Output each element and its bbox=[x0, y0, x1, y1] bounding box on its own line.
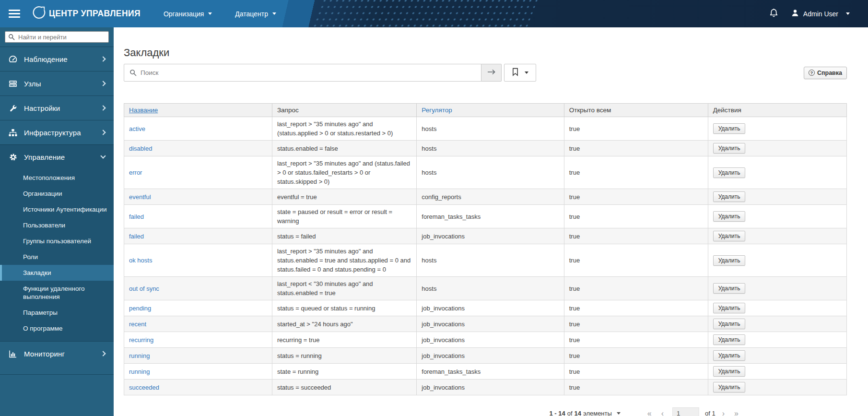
hamburger-menu-button[interactable] bbox=[9, 10, 20, 18]
bookmark-name-link[interactable]: eventful bbox=[129, 193, 151, 201]
delete-button[interactable]: Удалить bbox=[713, 283, 746, 294]
search-icon bbox=[8, 34, 15, 42]
sidebar-subitem[interactable]: Группы пользователей bbox=[0, 233, 114, 249]
bookmark-public: true bbox=[564, 141, 708, 156]
next-page-button[interactable]: › bbox=[717, 409, 729, 416]
bookmark-controller: job_invocations bbox=[417, 228, 564, 244]
bookmark-name-link[interactable]: failed bbox=[129, 213, 144, 220]
search-input[interactable] bbox=[124, 64, 481, 82]
sidebar-item-monitoring[interactable]: Мониторинг bbox=[0, 342, 114, 366]
arrow-right-icon bbox=[487, 69, 496, 76]
items-range: 1 - 14 bbox=[549, 410, 565, 416]
sidebar-item-settings[interactable]: Настройки bbox=[0, 96, 114, 120]
column-header-controller[interactable]: Регулятор bbox=[417, 104, 564, 117]
delete-button[interactable]: Удалить bbox=[713, 350, 746, 361]
notifications-bell-button[interactable] bbox=[769, 8, 778, 19]
delete-button[interactable]: Удалить bbox=[713, 191, 746, 202]
table-row: running state = running foreman_tasks_ta… bbox=[124, 364, 847, 380]
search-submit-button[interactable] bbox=[481, 64, 502, 82]
table-row: error last_report > "35 minutes ago" and… bbox=[124, 156, 847, 189]
sidebar-item-infrastructure[interactable]: Инфраструктура bbox=[0, 120, 114, 144]
sidebar-subitem[interactable]: Местоположения bbox=[0, 170, 114, 186]
delete-button[interactable]: Удалить bbox=[713, 167, 746, 178]
chart-icon bbox=[9, 350, 17, 358]
bookmark-public: true bbox=[564, 277, 708, 300]
organization-menu-label: Организация bbox=[164, 10, 204, 18]
sidebar-search-input[interactable] bbox=[5, 31, 109, 43]
sidebar-group: Мониторинг bbox=[0, 341, 114, 366]
bookmark-public: true bbox=[564, 244, 708, 277]
sidebar-subitem[interactable]: Функции удаленного выполнения bbox=[0, 281, 114, 305]
bookmark-name-link[interactable]: out of sync bbox=[129, 285, 159, 292]
bookmark-query: status = succeeded bbox=[272, 380, 416, 395]
column-header-public: Открыто всем bbox=[564, 104, 708, 117]
items-total: 14 bbox=[575, 410, 581, 416]
sidebar-subitem[interactable]: О программе bbox=[0, 321, 114, 336]
bookmark-controller: foreman_tasks_tasks bbox=[417, 205, 564, 228]
sidebar-subitem[interactable]: Источники Аутентификации bbox=[0, 202, 114, 217]
chevron-right-icon bbox=[100, 81, 106, 86]
sidebar-subitem[interactable]: Параметры bbox=[0, 305, 114, 321]
pagination: 1 - 14 of 14 элементы « ‹ of 1 › » bbox=[124, 407, 743, 416]
bookmark-controller: hosts bbox=[417, 117, 564, 141]
organization-context-menu[interactable]: Организация bbox=[164, 10, 212, 18]
bookmark-name-link[interactable]: running bbox=[129, 352, 150, 359]
delete-button[interactable]: Удалить bbox=[713, 334, 746, 345]
delete-button[interactable]: Удалить bbox=[713, 143, 746, 154]
delete-button[interactable]: Удалить bbox=[713, 319, 746, 329]
location-context-menu[interactable]: Датацентр bbox=[235, 10, 276, 18]
delete-button[interactable]: Удалить bbox=[713, 382, 746, 392]
bookmark-name-link[interactable]: pending bbox=[129, 305, 151, 312]
per-page-dropdown[interactable]: 1 - 14 of 14 элементы bbox=[549, 410, 620, 416]
bookmark-query: last_report > "35 minutes ago" and statu… bbox=[272, 244, 416, 277]
sidebar-submenu: МестоположенияОрганизацииИсточники Аутен… bbox=[0, 170, 114, 336]
sidebar-item-hosts[interactable]: Узлы bbox=[0, 71, 114, 95]
bookmark-controller: job_invocations bbox=[417, 332, 564, 348]
column-header-actions: Действия bbox=[708, 104, 846, 117]
sidebar-subitem[interactable]: Роли bbox=[0, 249, 114, 265]
table-row: failed status = failed job_invocations t… bbox=[124, 228, 847, 244]
help-button[interactable]: ? Справка bbox=[804, 67, 847, 79]
bookmark-public: true bbox=[564, 348, 708, 364]
bookmark-name-link[interactable]: recurring bbox=[129, 336, 153, 344]
last-page-button[interactable]: » bbox=[729, 409, 743, 416]
bookmark-query: recurring = true bbox=[272, 332, 416, 348]
bookmark-controller: hosts bbox=[417, 156, 564, 189]
items-of-label: of bbox=[567, 410, 573, 416]
current-page-input[interactable] bbox=[672, 407, 699, 416]
bookmark-name-link[interactable]: succeeded bbox=[129, 384, 159, 391]
delete-button[interactable]: Удалить bbox=[713, 255, 746, 266]
bookmark-name-link[interactable]: running bbox=[129, 368, 150, 375]
brand[interactable]: ЦЕНТР УПРАВЛЕНИЯ bbox=[32, 6, 141, 22]
column-header-name[interactable]: Название bbox=[124, 104, 272, 117]
sidebar-subitem[interactable]: Организации bbox=[0, 186, 114, 202]
user-menu[interactable]: Admin User bbox=[791, 9, 850, 19]
delete-button[interactable]: Удалить bbox=[713, 211, 746, 222]
delete-button[interactable]: Удалить bbox=[713, 303, 746, 313]
bookmark-name-link[interactable]: disabled bbox=[129, 145, 152, 152]
sidebar-item-administer[interactable]: Управление bbox=[0, 145, 114, 169]
bookmark-name-link[interactable]: ok hosts bbox=[129, 257, 152, 264]
bookmark-public: true bbox=[564, 300, 708, 316]
delete-button[interactable]: Удалить bbox=[713, 123, 746, 134]
table-row: ok hosts last_report > "35 minutes ago" … bbox=[124, 244, 847, 277]
sidebar-subitem-selected[interactable]: Закладки bbox=[0, 265, 114, 281]
bookmark-dropdown-button[interactable] bbox=[504, 64, 536, 82]
bookmark-name-link[interactable]: error bbox=[129, 169, 142, 176]
chevron-down-icon bbox=[100, 153, 106, 158]
bookmark-query: last_report > "35 minutes ago" and (stat… bbox=[272, 117, 416, 141]
total-pages-label: of 1 bbox=[705, 410, 716, 416]
sidebar-subitem[interactable]: Пользователи bbox=[0, 217, 114, 233]
bookmark-name-link[interactable]: recent bbox=[129, 321, 146, 328]
first-page-button[interactable]: « bbox=[643, 409, 657, 416]
bookmark-name-link[interactable]: failed bbox=[129, 233, 144, 240]
delete-button[interactable]: Удалить bbox=[713, 366, 746, 377]
table-row: active last_report > "35 minutes ago" an… bbox=[124, 117, 847, 141]
bookmark-public: true bbox=[564, 156, 708, 189]
brand-title: ЦЕНТР УПРАВЛЕНИЯ bbox=[49, 9, 141, 19]
table-row: disabled status.enabled = false hosts tr… bbox=[124, 141, 847, 156]
bookmark-name-link[interactable]: active bbox=[129, 125, 145, 132]
sidebar-item-monitor[interactable]: Наблюдение bbox=[0, 47, 114, 71]
delete-button[interactable]: Удалить bbox=[713, 231, 746, 241]
prev-page-button[interactable]: ‹ bbox=[657, 409, 669, 416]
